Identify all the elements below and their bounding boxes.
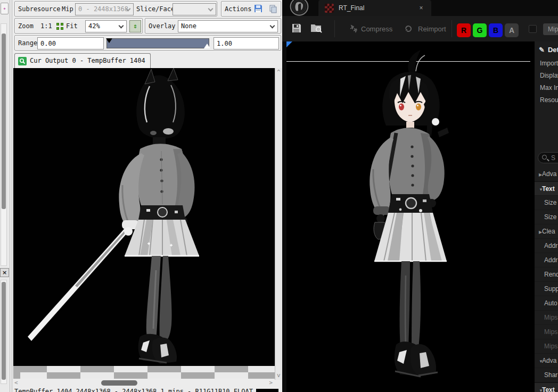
pixel-color-swatch xyxy=(256,389,278,392)
slice-face-select[interactable] xyxy=(173,3,216,15)
image-horizontal-scrollbar[interactable]: < > xyxy=(13,379,275,387)
copy-icon[interactable] xyxy=(268,4,279,14)
chevron-down-icon[interactable]: ▼ xyxy=(535,383,542,392)
details-row-mips[interactable]: Mips xyxy=(535,339,558,354)
range-min-input[interactable] xyxy=(37,37,104,49)
details-row-size[interactable]: Size xyxy=(535,196,558,210)
search-input[interactable]: S xyxy=(538,152,558,163)
range-min-handle[interactable] xyxy=(106,38,112,43)
texture-image-area[interactable] xyxy=(13,68,275,366)
range-label: Range xyxy=(18,39,37,47)
details-row-label: Mips xyxy=(544,328,557,336)
subresource-label: Subresource xyxy=(18,5,60,13)
compress-button[interactable]: Compress xyxy=(361,25,392,33)
texture-status-bar: TempBuffer 1404 2448x1368 - 2448x1368 1 … xyxy=(14,388,281,392)
wand-icon[interactable]: ✦ xyxy=(1,3,9,14)
texture-tab[interactable]: Cur Output 0 - TempBuffer 1404 … xyxy=(14,53,151,68)
texture-thumbnail-icon xyxy=(325,4,334,13)
left-scrollbar[interactable] xyxy=(1,23,7,266)
details-row-label: Addr xyxy=(544,256,557,264)
reimport-button[interactable]: Reimport xyxy=(418,25,446,33)
fit-icon xyxy=(56,23,63,30)
fit-button[interactable]: Fit xyxy=(66,22,78,30)
left-scrollbar-2-thumb[interactable] xyxy=(2,282,6,380)
details-row-text[interactable]: ▼Text xyxy=(535,382,558,392)
details-row-label: Auto xyxy=(544,299,557,307)
left-scrollbar-2[interactable] xyxy=(1,280,7,384)
channel-blue-button[interactable]: B xyxy=(489,23,503,37)
channel-red-button[interactable]: R xyxy=(457,23,471,37)
save-icon[interactable] xyxy=(291,23,302,34)
details-row-size[interactable]: Size xyxy=(535,210,558,224)
details-info-row: Resour xyxy=(540,94,558,106)
details-row-addr[interactable]: Addr xyxy=(535,239,558,253)
details-row-label: Clea xyxy=(542,228,555,235)
scroll-up-icon[interactable]: ^ xyxy=(277,69,281,76)
close-icon[interactable]: × xyxy=(0,268,9,277)
details-row-clea[interactable]: ▶Clea xyxy=(535,224,558,239)
save-icon[interactable] xyxy=(253,4,264,14)
ue-texture-viewport[interactable] xyxy=(286,41,534,392)
details-row-addr[interactable]: Addr xyxy=(535,253,558,268)
details-row-auto[interactable]: Auto xyxy=(535,296,558,311)
chevron-down-icon xyxy=(270,23,275,29)
channel-green-button[interactable]: G xyxy=(473,23,487,37)
slice-face-label: Slice/Face xyxy=(136,5,175,13)
ue-details-panel: ✎Det Importe Display Max In Resour S ▶Ad… xyxy=(534,41,558,392)
overlay-label: Overlay xyxy=(149,22,176,30)
mip-dropdown[interactable]: Mip xyxy=(543,23,558,35)
details-row-adva[interactable]: ▶Adva xyxy=(535,167,558,181)
flip-y-button[interactable]: ⇕ xyxy=(129,20,141,32)
details-row-label: Adva xyxy=(542,170,556,178)
details-row-shar[interactable]: Shar xyxy=(535,368,558,382)
texture-viewer-panel: Subresource Mip 0 - 2448x1368 Slice/Face… xyxy=(13,0,282,392)
range-max-handle[interactable] xyxy=(204,44,210,48)
details-row-mips[interactable]: Mips xyxy=(535,311,558,325)
ue-asset-tab[interactable]: RT_Final × xyxy=(318,0,431,16)
mip-label: Mip xyxy=(62,5,73,13)
range-max-input[interactable] xyxy=(214,37,279,49)
browse-to-asset-icon[interactable] xyxy=(310,22,321,33)
one-to-one-button[interactable]: 1:1 xyxy=(40,22,52,30)
details-row-rend[interactable]: Rend xyxy=(535,268,558,282)
mip-select[interactable]: 0 - 2448x1368 xyxy=(75,3,134,15)
chevron-down-icon[interactable]: ▼ xyxy=(535,182,542,197)
image-vertical-scrollbar[interactable]: ^ v xyxy=(275,68,282,380)
reimport-icon xyxy=(404,24,414,35)
actions-label: Actions xyxy=(225,5,252,13)
details-row-label: Mips xyxy=(544,314,557,321)
chevron-right-icon[interactable]: ▶ xyxy=(535,225,542,239)
details-row-label: Size xyxy=(544,199,556,206)
details-row-text[interactable]: ▼Text xyxy=(535,181,558,196)
character-render xyxy=(13,68,275,366)
range-toolbar: Range xyxy=(14,35,281,51)
chevron-down-icon xyxy=(208,6,214,12)
scroll-right-icon[interactable]: > xyxy=(269,379,273,386)
unreal-logo-icon[interactable] xyxy=(284,0,314,16)
ue-toolbar: Compress Reimport R G B A Mip xyxy=(282,16,558,41)
details-row-label: Rend xyxy=(544,271,558,278)
alpha-checkerboard xyxy=(13,366,275,379)
hscrollbar-thumb[interactable] xyxy=(101,380,137,386)
left-scrollbar-thumb[interactable] xyxy=(2,34,6,209)
details-info-row: Importe xyxy=(540,57,558,70)
overlay-select[interactable]: None xyxy=(178,20,278,32)
unreal-texture-editor: RT_Final × Compress Reimport R G xyxy=(282,0,558,392)
range-slider[interactable] xyxy=(106,38,209,48)
zoom-level-select[interactable]: 42% xyxy=(85,20,127,32)
search-placeholder: S xyxy=(551,154,555,162)
scroll-left-icon[interactable]: < xyxy=(14,379,18,386)
mip-checkbox[interactable] xyxy=(529,25,537,33)
details-row-supp[interactable]: Supp xyxy=(535,282,558,296)
chevron-down-icon[interactable]: ▼ xyxy=(535,354,542,369)
details-row-adva[interactable]: ▼Adva xyxy=(535,354,558,368)
scroll-down-icon[interactable]: v xyxy=(277,372,281,379)
details-row-mips[interactable]: Mips xyxy=(535,325,558,339)
chevron-right-icon[interactable]: ▶ xyxy=(535,168,542,182)
ue-tab-bar: RT_Final × xyxy=(282,0,558,16)
overlay-toolbar: Overlay None xyxy=(145,18,281,34)
details-property-rows: ▶Adva▼TextSizeSize▶CleaAddrAddrRendSuppA… xyxy=(535,167,558,392)
channel-alpha-button[interactable]: A xyxy=(505,23,519,37)
close-icon[interactable]: × xyxy=(417,4,425,12)
details-row-label: Text xyxy=(542,386,555,392)
